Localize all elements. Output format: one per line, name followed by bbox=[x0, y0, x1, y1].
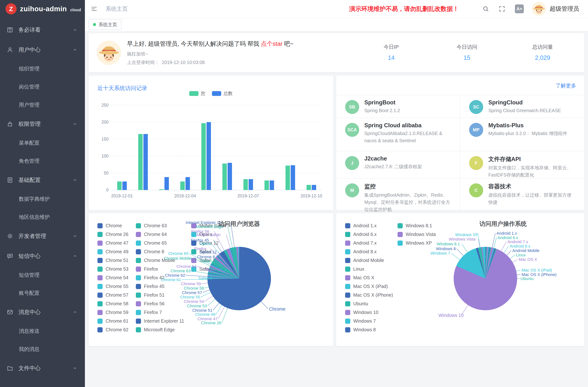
sidebar-item-label: 权限管理 bbox=[19, 120, 72, 128]
user-avatar[interactable] bbox=[532, 2, 546, 16]
legend-item[interactable]: Chrome 61 bbox=[97, 317, 136, 326]
doc-icon bbox=[7, 176, 14, 184]
sidebar-item-开发者管理[interactable]: 开发者管理 bbox=[0, 226, 85, 246]
sidebar-subitem-菜单配置[interactable]: 菜单配置 bbox=[0, 134, 85, 152]
legend-label: Chrome 63 bbox=[144, 223, 167, 228]
pie-callout-label: Ubuntu bbox=[521, 276, 534, 281]
legend-item[interactable]: Chrome 64 bbox=[136, 230, 191, 239]
legend-item[interactable]: Chrome 62 bbox=[97, 326, 136, 334]
sidebar-item-基础配置[interactable]: 基础配置 bbox=[0, 170, 85, 190]
legend-item[interactable]: Ubuntu bbox=[345, 299, 398, 308]
legend-item[interactable]: Chrome 55 bbox=[97, 282, 136, 291]
last-login-label: 上次登录时间： bbox=[127, 60, 159, 65]
svg-text:0: 0 bbox=[106, 188, 108, 192]
legend-item[interactable]: Windows 8.1 bbox=[398, 221, 442, 230]
sidebar-subitem-账号配置[interactable]: 账号配置 bbox=[0, 284, 85, 302]
legend-item[interactable]: Chrome 54 bbox=[97, 273, 136, 282]
star-link[interactable]: 点个star bbox=[261, 41, 282, 47]
sidebar-subitem-地区信息维护[interactable]: 地区信息维护 bbox=[0, 208, 85, 226]
legend-item[interactable]: Android Mobile bbox=[345, 256, 398, 265]
user-icon bbox=[7, 46, 14, 54]
search-icon[interactable] bbox=[483, 5, 491, 13]
sidebar-item-短信中心[interactable]: 短信中心 bbox=[0, 246, 85, 266]
sidebar-subitem-岗位管理[interactable]: 岗位管理 bbox=[0, 78, 85, 96]
learn-more-link[interactable]: 了解更多 bbox=[556, 82, 576, 89]
legend-item[interactable]: Chrome 65 bbox=[136, 239, 191, 247]
bar-legend-label: 总数 bbox=[224, 90, 233, 97]
svg-text:150: 150 bbox=[102, 137, 108, 142]
visit-chart-title: 近十天系统访问记录 bbox=[97, 84, 147, 92]
legend-label: Chrome 64 bbox=[144, 232, 167, 237]
pie-callout-label: Chrome 58 bbox=[184, 286, 204, 291]
tech-item: SBSpringBootSpring Boot 2.1.2 bbox=[336, 95, 460, 118]
legend-item[interactable]: Chrome 49 bbox=[97, 247, 136, 256]
sidebar-item-文件中心[interactable]: 文件中心 bbox=[0, 358, 85, 378]
tech-item-avatar: MP bbox=[469, 123, 483, 137]
legend-item[interactable]: Windows XP bbox=[398, 239, 442, 247]
font-size-icon[interactable]: A+ bbox=[515, 4, 524, 13]
legend-item[interactable]: Windows Vista bbox=[398, 230, 442, 239]
legend-item[interactable]: Chrome 26 bbox=[97, 230, 136, 239]
sidebar-subitem-用户管理[interactable]: 用户管理 bbox=[0, 96, 85, 114]
legend-marker bbox=[97, 249, 103, 254]
collapse-menu-icon[interactable] bbox=[91, 5, 99, 13]
legend-item[interactable]: Android 1.x bbox=[345, 221, 398, 230]
legend-item[interactable]: Internet Explorer 11 bbox=[136, 317, 191, 326]
legend-item[interactable]: Microsoft Edge bbox=[136, 326, 191, 334]
sidebar-item-用户中心[interactable]: 用户中心 bbox=[0, 40, 85, 60]
legend-item[interactable]: Chrome 53 bbox=[97, 265, 136, 273]
sidebar-subitem-我的消息[interactable]: 我的消息 bbox=[0, 340, 85, 358]
pie-callout-label: Chrome 55 bbox=[180, 295, 200, 300]
legend-label: Android 6.x bbox=[353, 232, 377, 237]
legend-item[interactable]: Mac OS X bbox=[345, 273, 398, 282]
bar-legend-marker bbox=[212, 91, 221, 96]
legend-item[interactable]: Chrome 59 bbox=[97, 308, 136, 317]
legend-item[interactable]: Chrome 57 bbox=[97, 291, 136, 299]
sidebar-subitem-数据字典维护[interactable]: 数据字典维护 bbox=[0, 190, 85, 208]
legend-item[interactable]: Mac OS X (iPad) bbox=[345, 282, 398, 291]
bar-legend-item[interactable]: 总数 bbox=[212, 90, 233, 97]
tech-item-title: SpringCloud bbox=[488, 99, 561, 106]
sidebar-item-权限管理[interactable]: 权限管理 bbox=[0, 114, 85, 134]
current-user-name[interactable]: 超级管理员 bbox=[550, 5, 579, 13]
legend-marker bbox=[136, 310, 141, 315]
legend-marker bbox=[97, 223, 103, 228]
legend-item[interactable]: Mac OS X (iPhone) bbox=[345, 291, 398, 299]
greeting-card: 早上好, 超级管理员, 今天帮别人解决问题了吗 帮我 点个star 吧~ 疯狂加… bbox=[89, 33, 584, 72]
stat-label: 总访问量 bbox=[513, 43, 572, 51]
legend-item[interactable]: Windows 8 bbox=[345, 326, 398, 334]
legend-item[interactable]: Android 6.x bbox=[345, 230, 398, 239]
tech-item: M监控集成SpringBootAdmin、Zipkin、Redis、Mysql、… bbox=[336, 179, 460, 217]
legend-item[interactable]: Windows 10 bbox=[345, 308, 398, 317]
sidebar-subitem-短信管理[interactable]: 短信管理 bbox=[0, 266, 85, 284]
sidebar-subitem-组织管理[interactable]: 组织管理 bbox=[0, 60, 85, 78]
legend-item[interactable]: Chrome bbox=[97, 221, 136, 230]
pie-callout-label: Mobile Safari bbox=[197, 232, 220, 237]
legend-item[interactable]: Firefox 7 bbox=[136, 308, 191, 317]
legend-label: Chrome 54 bbox=[105, 275, 128, 280]
legend-item[interactable]: Chrome 47 bbox=[97, 239, 136, 247]
sidebar-item-务必详看[interactable]: 务必详看 bbox=[0, 20, 85, 40]
header: 系统主页 演示环境维护不易，请勿乱删乱改数据！ A+ 超级管理员 bbox=[85, 0, 588, 18]
legend-label: Windows 8 bbox=[353, 327, 376, 332]
legend-item[interactable]: Chrome 63 bbox=[136, 221, 191, 230]
legend-item[interactable]: Windows 7 bbox=[345, 317, 398, 326]
legend-item[interactable]: Android 7.x bbox=[345, 239, 398, 247]
greeting-prefix: 早上好, 超级管理员, 今天帮别人解决问题了吗 帮我 bbox=[127, 41, 261, 47]
sidebar-item-消息中心[interactable]: 消息中心 bbox=[0, 302, 85, 322]
bar-chart-legend: 您总数 bbox=[189, 90, 233, 97]
stat-label: 今日访问 bbox=[437, 43, 496, 51]
legend-item[interactable]: Chrome 58 bbox=[97, 299, 136, 308]
legend-item[interactable]: Firefox 56 bbox=[136, 299, 191, 308]
legend-item[interactable]: Android 8.x bbox=[345, 247, 398, 256]
sidebar: Z zuihou-admin cloud 务必详看用户中心组织管理岗位管理用户管… bbox=[0, 0, 85, 387]
sidebar-subitem-角色管理[interactable]: 角色管理 bbox=[0, 152, 85, 170]
svg-text:100: 100 bbox=[102, 154, 108, 159]
pie-callout-label: Linux bbox=[516, 253, 526, 258]
sidebar-subitem-消息推送[interactable]: 消息推送 bbox=[0, 322, 85, 340]
legend-item[interactable]: Chrome 51 bbox=[97, 256, 136, 265]
bar-legend-item[interactable]: 您 bbox=[189, 90, 205, 97]
fullscreen-icon[interactable] bbox=[499, 5, 507, 13]
tab-home[interactable]: 系统主页 bbox=[89, 19, 122, 30]
legend-item[interactable]: Linux bbox=[345, 265, 398, 273]
